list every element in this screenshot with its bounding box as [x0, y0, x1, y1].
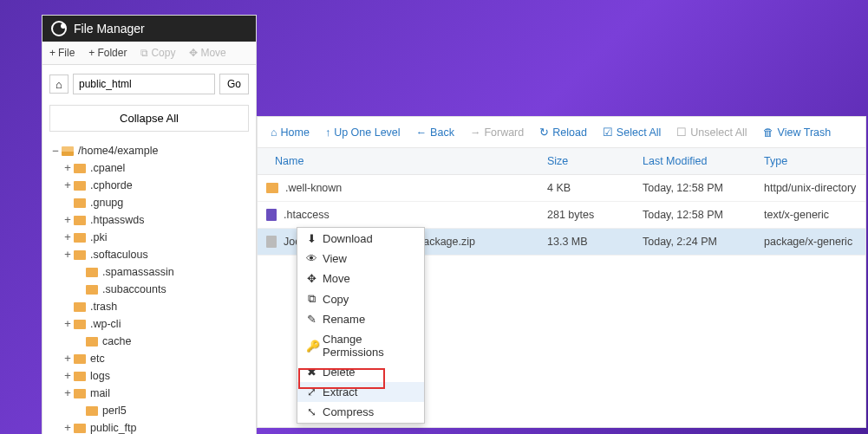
tree-item[interactable]: +.htpasswds	[51, 211, 251, 229]
check-icon: ☑	[603, 126, 613, 139]
tree-item[interactable]: +public_ftp	[51, 419, 251, 434]
select-all-button[interactable]: ☑Select All	[595, 117, 669, 148]
file-type: package/x-generic	[759, 229, 863, 255]
ctx-rename[interactable]: ✎Rename	[297, 309, 424, 329]
tree-item[interactable]: +mail	[51, 385, 251, 402]
expand-icon[interactable]: +	[63, 230, 72, 245]
move-button[interactable]: ✥Move	[182, 42, 232, 64]
tree-item[interactable]: .spamassassin	[51, 263, 251, 281]
folder-icon	[74, 198, 86, 208]
tree-item[interactable]: +.pki	[51, 229, 251, 246]
expand-icon[interactable]: +	[63, 368, 72, 384]
up-level-button[interactable]: ↑Up One Level	[317, 117, 408, 148]
table-row[interactable]: .well-known4 KBToday, 12:58 PMhttpd/unix…	[258, 175, 865, 202]
home-icon[interactable]: ⌂	[49, 74, 69, 94]
tree-item[interactable]: +.cphorde	[51, 177, 251, 194]
tree-label: .cphorde	[90, 178, 251, 193]
ctx-download[interactable]: ⬇Download	[297, 229, 424, 249]
tree-item[interactable]: +.wp-cli	[51, 315, 251, 333]
rename-icon: ✎	[306, 313, 317, 326]
ctx-copy[interactable]: ⧉Copy	[297, 288, 424, 309]
path-input[interactable]	[73, 74, 215, 94]
folder-icon	[86, 268, 98, 277]
folder-icon	[74, 320, 86, 329]
delete-icon: ✖	[306, 366, 317, 379]
file-type: text/x-generic	[759, 202, 863, 228]
expand-icon[interactable]: +	[63, 316, 72, 332]
table-row[interactable]: .htaccess281 bytesToday, 12:58 PMtext/x-…	[258, 202, 865, 229]
tree-item[interactable]: +.softaculous	[51, 246, 251, 263]
col-name[interactable]: Name	[258, 148, 542, 174]
tree-item[interactable]: .subaccounts	[51, 281, 251, 298]
tree-item[interactable]: +.cpanel	[51, 159, 251, 177]
table-header: Name Size Last Modified Type	[258, 148, 865, 175]
col-type[interactable]: Type	[759, 148, 863, 174]
trash-icon: 🗑	[763, 126, 774, 139]
view-trash-button[interactable]: 🗑View Trash	[755, 117, 839, 148]
file-type: httpd/unix-directory	[759, 175, 863, 201]
file-modified: Today, 12:58 PM	[637, 202, 759, 228]
tree-label: perl5	[102, 403, 251, 418]
file-size: 13.3 MB	[542, 229, 637, 255]
copy-button[interactable]: ⧉Copy	[134, 42, 182, 64]
tree-label: logs	[90, 368, 251, 384]
expand-icon[interactable]: +	[63, 247, 72, 262]
expand-icon[interactable]: +	[63, 351, 72, 366]
tree-item[interactable]: .trash	[51, 298, 251, 315]
tree-label: mail	[90, 385, 251, 401]
up-icon: ↑	[325, 126, 330, 139]
move-icon: ✥	[189, 47, 198, 59]
extract-icon: ⤢	[306, 385, 317, 398]
collapse-icon[interactable]: −	[51, 143, 60, 159]
ctx-delete[interactable]: ✖Delete	[297, 362, 424, 382]
expand-icon[interactable]: +	[63, 420, 72, 434]
ctx-extract[interactable]: ⤢Extract	[297, 382, 424, 402]
col-modified[interactable]: Last Modified	[637, 148, 759, 174]
file-size: 281 bytes	[542, 202, 637, 228]
tree-item[interactable]: cache	[51, 333, 251, 350]
folder-tree: − /home4/example +.cpanel+.cphorde.gnupg…	[42, 139, 256, 434]
left-panel: File Manager +File +Folder ⧉Copy ✥Move ⌂…	[42, 15, 257, 434]
ctx-change-permissions[interactable]: 🔑Change Permissions	[297, 329, 424, 362]
collapse-all-button[interactable]: Collapse All	[49, 105, 249, 132]
eye-icon: 👁	[306, 252, 317, 265]
folder-icon	[74, 233, 86, 243]
left-toolbar: +File +Folder ⧉Copy ✥Move	[42, 42, 256, 65]
folder-button[interactable]: +Folder	[82, 42, 134, 64]
expand-icon[interactable]: +	[63, 178, 72, 193]
tree-item[interactable]: perl5	[51, 402, 251, 419]
expand-icon[interactable]: +	[63, 212, 72, 228]
forward-button[interactable]: →Forward	[462, 117, 532, 148]
col-size[interactable]: Size	[542, 148, 637, 174]
reload-button[interactable]: ↻Reload	[532, 117, 595, 148]
tree-item[interactable]: +logs	[51, 367, 251, 385]
expand-icon[interactable]: +	[63, 160, 72, 176]
ctx-move[interactable]: ✥Move	[297, 269, 424, 288]
document-icon	[266, 209, 277, 221]
tree-label: .cpanel	[90, 160, 251, 176]
folder-icon	[74, 181, 86, 191]
tree-label: .wp-cli	[90, 316, 251, 332]
tree-label: .spamassassin	[102, 264, 251, 280]
path-row: ⌂ Go	[42, 65, 256, 103]
key-icon: 🔑	[306, 340, 317, 353]
archive-icon	[266, 236, 277, 248]
tree-item[interactable]: .gnupg	[51, 194, 251, 211]
unselect-all-button[interactable]: ☐Unselect All	[669, 117, 754, 148]
file-button[interactable]: +File	[42, 42, 82, 64]
forward-icon: →	[470, 126, 481, 139]
go-button[interactable]: Go	[219, 74, 249, 94]
tree-item[interactable]: +etc	[51, 350, 251, 367]
expand-icon[interactable]: +	[63, 385, 72, 401]
tree-label: .softaculous	[90, 247, 251, 262]
tree-root[interactable]: − /home4/example	[51, 142, 251, 159]
titlebar: File Manager	[42, 16, 256, 42]
back-button[interactable]: ←Back	[408, 117, 462, 148]
file-size: 4 KB	[542, 175, 637, 201]
ctx-view[interactable]: 👁View	[297, 249, 424, 269]
app-title: File Manager	[74, 22, 145, 36]
ctx-compress[interactable]: ⤡Compress	[297, 402, 424, 422]
folder-icon	[266, 183, 278, 193]
home-button[interactable]: ⌂Home	[263, 117, 317, 148]
folder-icon	[74, 372, 86, 381]
